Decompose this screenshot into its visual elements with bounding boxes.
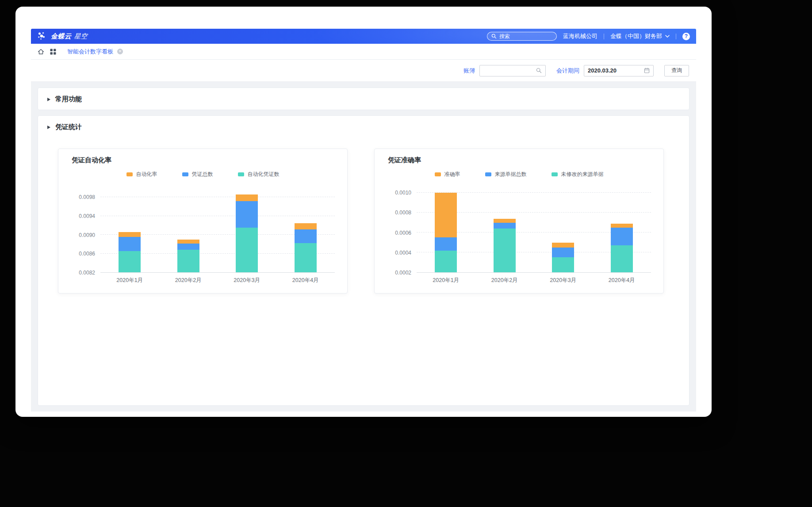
bar-segment[interactable]	[295, 243, 317, 272]
chart-legend: 准确率来源单据总数未修改的来源单据	[375, 171, 663, 178]
brand-name-light: 星空	[74, 32, 88, 41]
x-axis-label: 2020年2月	[478, 277, 531, 284]
bar-segment[interactable]	[435, 193, 457, 237]
x-axis-label: 2020年3月	[220, 277, 273, 284]
bar-segment[interactable]	[552, 257, 574, 272]
legend-swatch	[182, 172, 188, 176]
legend-label: 来源单据总数	[495, 171, 527, 178]
global-search[interactable]	[487, 32, 557, 41]
bar-segment[interactable]	[236, 228, 258, 272]
x-axis-label: 2020年1月	[103, 277, 156, 284]
y-axis-tick-label: 0.0098	[79, 194, 95, 200]
y-axis: 0.00100.00080.00060.00040.0002	[383, 188, 417, 273]
legend-swatch	[485, 172, 491, 176]
bar-segment[interactable]	[119, 251, 141, 272]
bar-segment[interactable]	[295, 223, 317, 230]
tab-close-icon[interactable]: ✕	[117, 49, 123, 54]
panel-title: 凭证统计	[55, 123, 82, 131]
legend-item[interactable]: 未修改的来源单据	[552, 171, 604, 178]
home-icon	[37, 48, 45, 55]
bar-segment[interactable]	[119, 232, 141, 237]
bar-segment[interactable]	[611, 228, 633, 245]
legend-label: 未修改的来源单据	[561, 171, 604, 178]
legend-item[interactable]: 自动化率	[126, 171, 157, 178]
panel-common-functions-header[interactable]: 常用功能	[38, 88, 689, 110]
y-axis-tick-label: 0.0094	[79, 213, 95, 219]
legend-item[interactable]: 准确率	[435, 171, 460, 178]
bar-segment[interactable]	[552, 243, 574, 248]
bar-segment[interactable]	[552, 248, 574, 257]
legend-label: 自动化凭证数	[248, 171, 280, 178]
ledger-input-field[interactable]	[483, 67, 533, 74]
bar-segment[interactable]	[177, 240, 199, 244]
legend-label: 自动化率	[136, 171, 157, 178]
period-label: 会计期间	[556, 67, 579, 75]
period-input-field[interactable]	[588, 67, 641, 74]
calendar-icon[interactable]	[644, 68, 650, 73]
legend-item[interactable]: 来源单据总数	[485, 171, 527, 178]
bar-segment[interactable]	[435, 237, 457, 250]
chart-card-voucher-accuracy-rate: 凭证准确率准确率来源单据总数未修改的来源单据0.00100.00080.0006…	[374, 149, 664, 294]
tabbar: 智能会计数字看板 ✕	[31, 44, 696, 60]
filterbar: 账簿 会计期间	[31, 60, 696, 82]
caret-right-icon[interactable]	[47, 98, 50, 101]
app-screen: 金蝶云 星空 蓝海机械公司 金蝶（中国）财务部	[31, 29, 696, 412]
gridline	[100, 197, 335, 197]
legend-item[interactable]: 自动化凭证数	[238, 171, 280, 178]
query-button[interactable]: 查询	[664, 65, 689, 76]
help-button[interactable]: ?	[682, 33, 690, 40]
bar-segment[interactable]	[611, 224, 633, 228]
panel-voucher-statistics-header[interactable]: 凭证统计	[38, 116, 689, 137]
bar-segment[interactable]	[119, 237, 141, 251]
bar-segment[interactable]	[494, 219, 516, 223]
global-search-input[interactable]	[499, 33, 552, 39]
period-input[interactable]	[584, 65, 654, 76]
topbar: 金蝶云 星空 蓝海机械公司 金蝶（中国）财务部	[31, 29, 696, 44]
x-axis-label: 2020年4月	[279, 277, 332, 284]
chevron-down-icon	[665, 35, 670, 38]
bar-segment[interactable]	[236, 194, 258, 201]
brand-name-bold: 金蝶云	[51, 32, 72, 41]
plot-grid: 2020年1月2020年2月2020年3月2020年4月	[417, 188, 651, 273]
kingdee-logo-icon	[37, 31, 47, 41]
bar-segment[interactable]	[435, 251, 457, 272]
x-axis-label: 2020年4月	[595, 277, 648, 284]
bar-segment[interactable]	[295, 229, 317, 243]
tab-label: 智能会计数字看板	[67, 48, 113, 56]
bar-segment[interactable]	[177, 244, 199, 250]
home-button[interactable]	[34, 46, 47, 58]
bar-segment[interactable]	[236, 201, 258, 228]
search-icon	[491, 34, 497, 39]
ledger-input[interactable]	[479, 65, 546, 76]
grid-icon	[50, 49, 56, 55]
department-name: 金蝶（中国）财务部	[610, 32, 662, 40]
department-selector[interactable]: 金蝶（中国）财务部	[610, 32, 670, 40]
bar-segment[interactable]	[611, 245, 633, 272]
lookup-search-icon[interactable]	[536, 68, 542, 73]
legend-swatch	[238, 172, 244, 176]
legend-item[interactable]: 凭证总数	[182, 171, 213, 178]
company-name: 蓝海机械公司	[563, 32, 598, 40]
panel-common-functions: 常用功能	[38, 88, 689, 110]
panel-voucher-statistics: 凭证统计 凭证自动化率自动化率凭证总数自动化凭证数0.00980.00940.0…	[38, 115, 689, 406]
app-launcher-button[interactable]	[47, 46, 59, 58]
topbar-divider	[604, 34, 604, 39]
panel-title: 常用功能	[55, 95, 82, 103]
x-axis-label: 2020年3月	[536, 277, 590, 284]
y-axis-tick-label: 0.0008	[395, 210, 411, 216]
x-axis-label: 2020年1月	[419, 277, 472, 284]
chart-title: 凭证自动化率	[72, 156, 347, 164]
y-axis-tick-label: 0.0010	[395, 190, 411, 196]
bar-segment[interactable]	[494, 229, 516, 272]
chart-plot-area: 0.00100.00080.00060.00040.00022020年1月202…	[383, 188, 651, 273]
caret-right-icon[interactable]	[47, 126, 50, 129]
plot-grid: 2020年1月2020年2月2020年3月2020年4月	[100, 188, 335, 273]
bar-segment[interactable]	[177, 250, 199, 272]
y-axis-tick-label: 0.0006	[395, 230, 411, 236]
bar-segment[interactable]	[494, 223, 516, 229]
app-window: 金蝶云 星空 蓝海机械公司 金蝶（中国）财务部	[15, 7, 712, 417]
tab-smart-accounting-dashboard[interactable]: 智能会计数字看板 ✕	[65, 44, 125, 59]
chart-plot-area: 0.00980.00940.00900.00860.00822020年1月202…	[67, 188, 335, 273]
legend-label: 凭证总数	[192, 171, 213, 178]
topbar-right: 蓝海机械公司 金蝶（中国）财务部 ?	[487, 32, 690, 41]
